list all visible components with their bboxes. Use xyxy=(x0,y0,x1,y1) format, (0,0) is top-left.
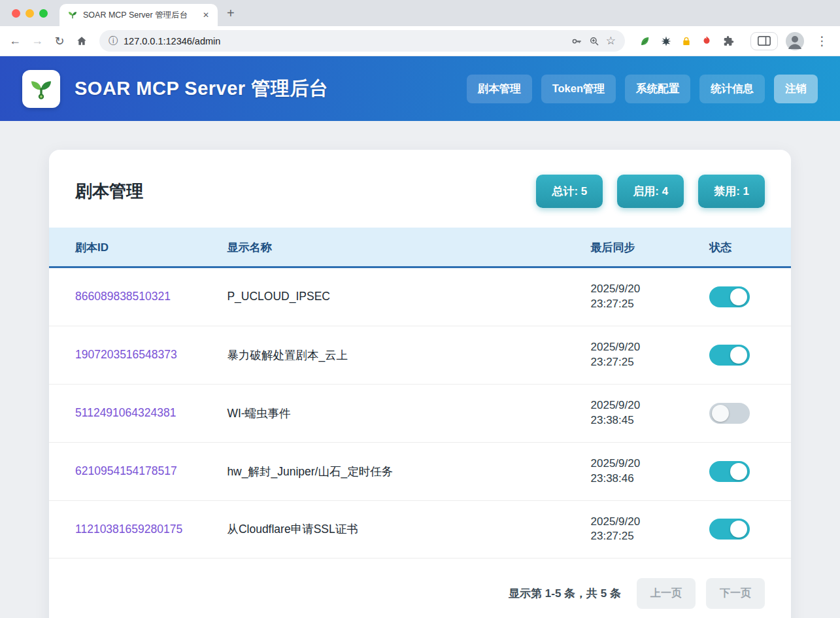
tab-favicon xyxy=(67,10,78,20)
status-toggle[interactable] xyxy=(709,345,750,366)
last-sync-time: 23:38:46 xyxy=(591,472,710,487)
back-icon[interactable]: ← xyxy=(8,34,22,48)
extensions-area xyxy=(639,35,735,48)
playbook-name: P_UCLOUD_IPSEC xyxy=(227,290,330,303)
badge-disabled[interactable]: 禁用: 1 xyxy=(698,175,765,208)
close-window-button[interactable] xyxy=(12,9,20,18)
app-title: SOAR MCP Server 管理后台 xyxy=(75,76,328,102)
playbook-id-link[interactable]: 6210954154178517 xyxy=(75,464,177,477)
col-header-sync: 最后同步 xyxy=(591,228,710,267)
page-title: 剧本管理 xyxy=(75,180,143,203)
browser-toolbar: ← → ↻ ⓘ 127.0.0.1:12346/admin ☆ xyxy=(0,26,840,56)
leaf-extension-icon[interactable] xyxy=(639,35,651,47)
status-toggle[interactable] xyxy=(709,403,750,424)
table-row: 11210381659280175 从Cloudflare申请SSL证书 202… xyxy=(49,500,791,558)
dark-extension-icon[interactable] xyxy=(660,35,672,47)
last-sync-date: 2025/9/20 xyxy=(591,456,710,472)
lock-extension-icon[interactable] xyxy=(681,35,692,47)
status-toggle[interactable] xyxy=(709,519,750,540)
last-sync: 2025/9/20 23:27:25 xyxy=(591,282,710,312)
minimize-window-button[interactable] xyxy=(25,9,34,18)
forward-icon[interactable]: → xyxy=(30,34,44,48)
prev-page-button[interactable]: 上一页 xyxy=(637,578,696,609)
browser-menu-icon[interactable]: ⋮ xyxy=(812,33,832,48)
playbook-name: 从Cloudflare申请SSL证书 xyxy=(227,523,358,536)
browser-tab-strip: SOAR MCP Server 管理后台 ✕ + xyxy=(0,0,840,26)
toggle-knob xyxy=(730,347,747,364)
card-header: 剧本管理 总计: 5 启用: 4 禁用: 1 xyxy=(49,150,791,228)
last-sync-date: 2025/9/20 xyxy=(591,398,710,413)
badge-enabled[interactable]: 启用: 4 xyxy=(617,175,684,208)
playbook-name: hw_解封_Juniper/山石_定时任务 xyxy=(227,465,393,478)
top-nav: 剧本管理 Token管理 系统配置 统计信息 注销 xyxy=(467,75,818,103)
nav-tokens[interactable]: Token管理 xyxy=(541,75,616,103)
playbook-table: 剧本ID 显示名称 最后同步 状态 866089838510321 P_UCLO… xyxy=(49,228,791,558)
status-toggle[interactable] xyxy=(709,461,750,482)
address-bar[interactable]: ⓘ 127.0.0.1:12346/admin ☆ xyxy=(99,30,625,52)
last-sync-time: 23:27:25 xyxy=(591,297,710,312)
side-panel-button[interactable] xyxy=(750,32,778,50)
playbook-name: 暴力破解处置剧本_云上 xyxy=(227,349,348,362)
app-header: SOAR MCP Server 管理后台 剧本管理 Token管理 系统配置 统… xyxy=(0,56,840,121)
col-header-name: 显示名称 xyxy=(227,228,590,267)
last-sync: 2025/9/20 23:27:25 xyxy=(591,515,710,545)
fox-extension-icon[interactable] xyxy=(701,35,713,47)
new-tab-button[interactable]: + xyxy=(227,7,235,20)
page-body: 剧本管理 总计: 5 启用: 4 禁用: 1 剧本ID 显示名称 最后同步 状态… xyxy=(0,121,840,618)
password-key-icon[interactable] xyxy=(571,35,582,47)
zoom-icon[interactable] xyxy=(588,35,600,47)
nav-playbooks[interactable]: 剧本管理 xyxy=(467,75,532,103)
table-row: 1907203516548373 暴力破解处置剧本_云上 2025/9/20 2… xyxy=(49,326,791,384)
pagination: 显示第 1-5 条，共 5 条 上一页 下一页 xyxy=(49,558,791,618)
playbook-id-link[interactable]: 11210381659280175 xyxy=(75,523,182,536)
reload-icon[interactable]: ↻ xyxy=(52,34,67,48)
playbook-card: 剧本管理 总计: 5 启用: 4 禁用: 1 剧本ID 显示名称 最后同步 状态… xyxy=(49,150,791,618)
last-sync: 2025/9/20 23:27:25 xyxy=(591,340,710,370)
last-sync-date: 2025/9/20 xyxy=(591,282,710,297)
status-toggle[interactable] xyxy=(709,286,750,307)
pagination-summary: 显示第 1-5 条，共 5 条 xyxy=(509,586,621,601)
playbook-id-link[interactable]: 5112491064324381 xyxy=(75,406,176,419)
last-sync: 2025/9/20 23:38:45 xyxy=(591,398,710,428)
playbook-name: WI-蠕虫事件 xyxy=(227,407,290,420)
col-header-id: 剧本ID xyxy=(49,228,227,267)
home-icon[interactable] xyxy=(75,35,89,48)
avatar[interactable] xyxy=(786,32,804,50)
col-header-status: 状态 xyxy=(709,228,791,267)
badge-total[interactable]: 总计: 5 xyxy=(536,175,603,208)
table-row: 5112491064324381 WI-蠕虫事件 2025/9/20 23:38… xyxy=(49,384,791,442)
last-sync-time: 23:27:25 xyxy=(591,355,710,370)
toggle-knob xyxy=(730,521,747,538)
last-sync-time: 23:27:25 xyxy=(591,529,710,544)
last-sync-time: 23:38:45 xyxy=(591,413,710,428)
playbook-id-link[interactable]: 1907203516548373 xyxy=(75,348,177,361)
url-text: 127.0.0.1:12346/admin xyxy=(124,36,220,46)
toggle-knob xyxy=(730,288,747,305)
last-sync-date: 2025/9/20 xyxy=(591,515,710,530)
app-logo xyxy=(22,70,60,108)
nav-statistics[interactable]: 统计信息 xyxy=(699,75,765,103)
maximize-window-button[interactable] xyxy=(39,9,48,18)
traffic-lights xyxy=(12,9,48,18)
extensions-puzzle-icon[interactable] xyxy=(722,35,735,48)
bookmark-star-icon[interactable]: ☆ xyxy=(606,34,616,48)
table-row: 866089838510321 P_UCLOUD_IPSEC 2025/9/20… xyxy=(49,267,791,326)
table-body: 866089838510321 P_UCLOUD_IPSEC 2025/9/20… xyxy=(49,267,791,558)
next-page-button[interactable]: 下一页 xyxy=(706,578,765,609)
logout-button[interactable]: 注销 xyxy=(774,75,818,103)
toggle-knob xyxy=(730,463,747,480)
tab-title: SOAR MCP Server 管理后台 xyxy=(83,10,195,21)
last-sync-date: 2025/9/20 xyxy=(591,340,710,355)
last-sync: 2025/9/20 23:38:46 xyxy=(591,456,710,487)
stat-badges: 总计: 5 启用: 4 禁用: 1 xyxy=(536,175,765,208)
nav-system-config[interactable]: 系统配置 xyxy=(625,75,690,103)
toggle-knob xyxy=(712,405,729,422)
site-info-icon[interactable]: ⓘ xyxy=(109,35,118,47)
browser-tab[interactable]: SOAR MCP Server 管理后台 ✕ xyxy=(59,4,218,26)
table-row: 6210954154178517 hw_解封_Juniper/山石_定时任务 2… xyxy=(49,442,791,500)
playbook-id-link[interactable]: 866089838510321 xyxy=(75,290,171,303)
tab-close-icon[interactable]: ✕ xyxy=(201,10,211,20)
